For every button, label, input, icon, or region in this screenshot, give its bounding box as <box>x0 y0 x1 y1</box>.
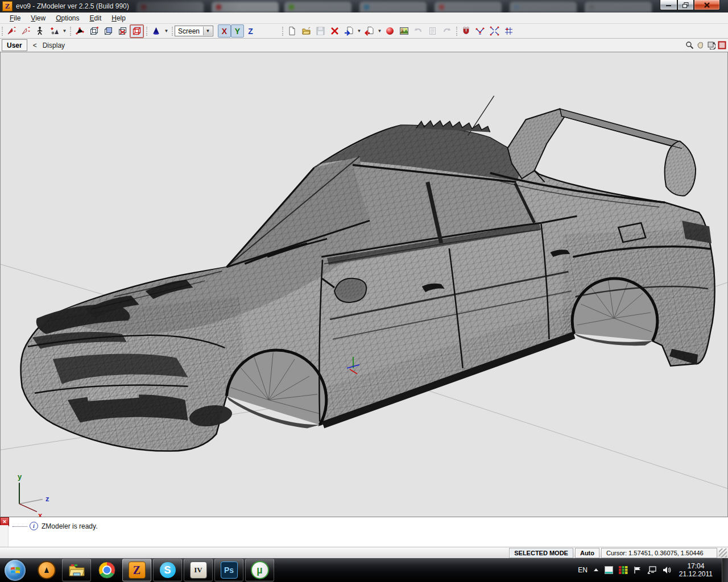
selection-tools-dropdown[interactable]: ▼ <box>61 25 68 38</box>
cube-object-mode-icon[interactable] <box>130 24 144 38</box>
axis-y-toggle[interactable]: Y <box>231 24 244 38</box>
coord-space-combo[interactable]: Screen ▼ <box>175 26 213 36</box>
toolbar-group-axes: Screen ▼ X Y Z <box>171 24 259 38</box>
vertices-mode-icon[interactable] <box>73 24 87 38</box>
select-move-icon[interactable] <box>5 24 19 38</box>
windows-taskbar: Z S IV Ps µ EN <box>0 558 728 582</box>
axis-y-label: y <box>18 472 22 481</box>
menu-help[interactable]: Help <box>106 13 131 23</box>
taskbar-utorrent[interactable]: µ <box>245 559 274 581</box>
import-dropdown[interactable]: ▼ <box>356 25 362 38</box>
axis-tripod: y z x <box>18 472 49 517</box>
window-title: evo9 - ZModeler ver 2.2.5 (Build 990) <box>16 2 129 10</box>
toolbar-group-vertex-tools <box>456 24 518 38</box>
texture-browser-icon[interactable] <box>397 24 411 38</box>
toolbar-group-file: ▼ ▼ <box>282 24 456 38</box>
cone-primitive-icon[interactable] <box>149 24 163 38</box>
language-indicator[interactable]: EN <box>578 566 588 574</box>
weld-vertices-icon[interactable] <box>473 24 487 38</box>
skype-icon: S <box>160 562 176 578</box>
network-icon[interactable] <box>647 566 657 574</box>
minimize-button[interactable] <box>660 0 677 10</box>
desktop: Z evo9 - ZModeler ver 2.2.5 (Build 990) … <box>0 0 728 582</box>
tray-time: 17:04 <box>679 562 713 570</box>
export-icon[interactable] <box>362 24 377 38</box>
undo-icon[interactable] <box>411 24 425 38</box>
maximize-button[interactable] <box>677 0 694 10</box>
toolbar-group-primitives: ▼ <box>146 24 171 38</box>
car-model <box>18 96 722 456</box>
volume-icon[interactable] <box>663 566 671 574</box>
menu-edit[interactable]: Edit <box>85 13 107 23</box>
cube-faces-icon[interactable] <box>101 24 115 38</box>
script-log-icon[interactable] <box>425 24 440 38</box>
app-icon: Z <box>2 1 13 11</box>
tray-app-icon[interactable] <box>605 566 613 574</box>
viewport-canvas: y z x <box>1 52 727 517</box>
tray-date: 21.12.2011 <box>679 570 713 578</box>
zoom-icon[interactable] <box>685 40 694 50</box>
detach-vertices-icon[interactable] <box>487 24 502 38</box>
taskbar-zmodeler[interactable]: Z <box>122 559 151 581</box>
magnet-icon[interactable] <box>459 24 473 38</box>
taskbar-aimp[interactable] <box>32 559 60 581</box>
main-toolbar: ▼ ▼ Scre <box>0 24 728 39</box>
open-file-icon[interactable] <box>299 24 313 38</box>
menu-bar: File View Options Edit Help <box>0 13 728 24</box>
combo-arrow-icon[interactable]: ▼ <box>203 27 212 35</box>
aimp-icon <box>38 561 56 579</box>
chrome-icon <box>98 562 115 579</box>
back-arrow[interactable]: < <box>33 41 37 49</box>
cube-vertices-icon[interactable] <box>87 24 101 38</box>
user-tab[interactable]: User <box>2 39 27 51</box>
cube-delete-icon[interactable] <box>115 24 130 38</box>
maximize-view-icon[interactable] <box>717 40 727 50</box>
show-desktop-button[interactable] <box>722 558 728 582</box>
delete-icon[interactable] <box>328 24 342 38</box>
menu-view[interactable]: View <box>26 13 51 23</box>
taskbar-explorer[interactable] <box>62 559 91 581</box>
save-file-icon[interactable] <box>313 24 328 38</box>
viewport-3d[interactable]: y z x <box>0 52 728 517</box>
coord-space-value: Screen <box>178 27 200 35</box>
axis-z-toggle[interactable]: Z <box>244 24 257 38</box>
auto-indicator[interactable]: Auto <box>575 548 599 558</box>
resize-grip[interactable] <box>719 548 727 558</box>
select-paint-icon[interactable] <box>19 24 33 38</box>
tray-downloader-icon[interactable] <box>619 566 628 574</box>
menu-options[interactable]: Options <box>51 13 84 23</box>
start-button[interactable] <box>5 560 26 581</box>
redo-icon[interactable] <box>440 24 454 38</box>
bones-icon[interactable] <box>33 24 47 38</box>
toolbar-group-modes <box>69 24 146 38</box>
new-file-icon[interactable] <box>285 24 299 38</box>
taskbar-irfanview[interactable]: IV <box>184 559 213 581</box>
view-mode-label[interactable]: Display <box>43 41 65 49</box>
taskbar-skype[interactable]: S <box>153 559 182 581</box>
taskbar-photoshop[interactable]: Ps <box>214 559 243 581</box>
explorer-folder-icon <box>69 562 85 578</box>
selected-mode-indicator[interactable]: SELECTED MODE <box>509 548 573 558</box>
menu-file[interactable]: File <box>5 13 26 23</box>
close-button[interactable] <box>694 0 720 10</box>
snap-grid-icon[interactable] <box>502 24 516 38</box>
import-icon[interactable] <box>342 24 356 38</box>
viewport-header: User < Display <box>0 39 728 52</box>
clock[interactable]: 17:04 21.12.2011 <box>679 562 713 578</box>
export-dropdown[interactable]: ▼ <box>377 25 383 38</box>
toolbar-group-select: ▼ <box>1 24 69 38</box>
selection-tools-icon[interactable] <box>47 24 61 38</box>
action-center-flag-icon[interactable] <box>634 566 642 574</box>
window-titlebar[interactable]: Z evo9 - ZModeler ver 2.2.5 (Build 990) <box>0 0 728 13</box>
orbit-icon[interactable] <box>706 40 716 50</box>
log-tree-dots <box>13 526 27 527</box>
axis-x-toggle[interactable]: X <box>218 24 231 38</box>
log-message: ZModeler is ready. <box>42 522 97 530</box>
pan-hand-icon[interactable] <box>696 40 705 50</box>
taskbar-chrome[interactable] <box>93 559 121 581</box>
tray-expand-icon[interactable] <box>593 568 599 572</box>
material-editor-icon[interactable] <box>383 24 397 38</box>
log-gutter <box>0 525 9 547</box>
axis-x-label: x <box>38 511 43 517</box>
primitives-dropdown[interactable]: ▼ <box>163 25 169 38</box>
